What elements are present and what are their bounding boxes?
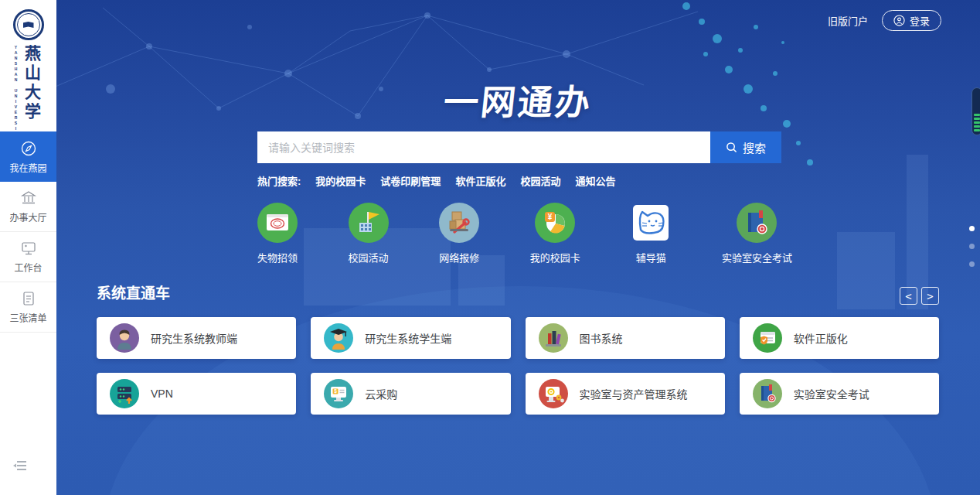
hot-keyword[interactable]: 通知公告 — [575, 173, 615, 188]
tutor-cat-icon — [631, 203, 671, 243]
systems-section-title: 系统直通车 — [97, 282, 170, 302]
student-avatar-icon — [324, 323, 353, 353]
system-card-lab-exam[interactable]: 实验室安全考试 — [740, 373, 939, 415]
search-input[interactable] — [257, 131, 710, 163]
quick-app-network-repair[interactable]: 网络报修 — [439, 203, 479, 265]
search-bar: 搜索 — [257, 131, 781, 163]
university-emblem-icon — [13, 9, 44, 40]
lost-and-found-icon — [257, 203, 298, 243]
sidebar-item-label: 办事大厅 — [9, 210, 46, 224]
login-button[interactable]: 登录 — [882, 10, 941, 31]
quick-app-label: 辅导猫 — [636, 250, 666, 265]
campus-card-icon: ¥ — [535, 203, 575, 243]
system-card-grad-teacher[interactable]: 研究生系统教师端 — [97, 317, 296, 359]
svg-text:¥: ¥ — [548, 213, 553, 221]
vpn-server-icon — [110, 379, 139, 408]
quick-app-label: 网络报修 — [439, 250, 479, 265]
hall-icon — [20, 189, 37, 207]
sidebar-item-label: 工作台 — [14, 261, 42, 274]
library-books-icon — [539, 323, 568, 353]
main-area: 旧版门户 登录 一网通办 搜索 热门搜索 — [56, 0, 980, 495]
software-license-icon — [753, 323, 782, 353]
sidebar-item-service-hall[interactable]: 办事大厅 — [0, 182, 56, 232]
lab-asset-icon — [539, 379, 568, 408]
quick-apps-row: 失物招领 校园活动 — [257, 203, 792, 265]
system-card-software-license[interactable]: 软件正版化 — [740, 317, 939, 359]
quick-app-lab-safety-exam[interactable]: 实验室安全考试 — [722, 203, 792, 265]
hot-keyword[interactable]: 校园活动 — [520, 173, 560, 188]
search-button-label: 搜索 — [743, 139, 766, 155]
list-icon — [20, 290, 37, 307]
carousel-dot[interactable] — [969, 226, 975, 231]
hot-keyword[interactable]: 我的校园卡 — [315, 173, 366, 188]
collapse-menu-icon — [12, 459, 28, 472]
system-card-label: 软件正版化 — [794, 330, 848, 346]
collapse-sidebar-button[interactable] — [12, 459, 28, 475]
status-indicator-widget — [971, 87, 980, 135]
magnifier-icon — [726, 142, 737, 153]
lab-safety-exam-icon — [737, 203, 777, 243]
login-label: 登录 — [910, 13, 930, 28]
system-card-grad-student[interactable]: 研究生系统学生端 — [311, 317, 510, 359]
sidebar-item-label: 三张清单 — [9, 311, 46, 324]
quick-app-label: 我的校园卡 — [530, 250, 580, 265]
sidebar-nav: 我在燕园 办事大厅 工作台 — [0, 131, 56, 333]
sidebar-item-label: 我在燕园 — [9, 161, 46, 174]
sidebar-item-three-lists[interactable]: 三张清单 — [0, 282, 56, 333]
topbar: 旧版门户 登录 — [828, 10, 941, 31]
system-cards-grid: 研究生系统教师端 研究生系统学生端 — [97, 317, 939, 415]
search-button[interactable]: 搜索 — [710, 131, 781, 163]
old-portal-link[interactable]: 旧版门户 — [828, 13, 868, 28]
svg-text:$: $ — [334, 388, 337, 394]
sidebar-item-workbench[interactable]: 工作台 — [0, 232, 56, 282]
system-card-label: 研究生系统学生端 — [365, 330, 451, 346]
quick-app-campus-activity[interactable]: 校园活动 — [349, 203, 389, 265]
quick-app-campus-card[interactable]: ¥ 我的校园卡 — [530, 203, 580, 265]
hot-search-label: 热门搜索: — [257, 173, 301, 188]
system-card-vpn[interactable]: VPN — [97, 373, 296, 415]
lab-exam-book-icon — [753, 379, 782, 408]
system-card-cloud-procurement[interactable]: $ 云采购 — [311, 373, 510, 415]
system-card-label: 实验室安全考试 — [794, 386, 869, 401]
teacher-avatar-icon — [110, 323, 139, 353]
carousel-dot[interactable] — [969, 244, 975, 249]
university-name-cn: 燕山大学 — [20, 45, 43, 142]
hot-keyword[interactable]: 试卷印刷管理 — [380, 173, 441, 188]
system-card-label: 实验室与资产管理系统 — [580, 386, 688, 401]
hot-search-row: 热门搜索: 我的校园卡 试卷印刷管理 软件正版化 校园活动 通知公告 — [257, 173, 615, 188]
system-card-label: 研究生系统教师端 — [151, 330, 237, 346]
quick-app-tutor-cat[interactable]: 辅导猫 — [631, 203, 671, 265]
university-name-en: YANSHAN UNIVERSITY — [14, 45, 19, 142]
quick-app-label: 校园活动 — [349, 250, 389, 265]
carousel-dots — [969, 226, 975, 267]
quick-app-label: 实验室安全考试 — [722, 250, 792, 265]
page-title: 一网通办 — [56, 74, 980, 125]
sidebar-item-campus[interactable]: 我在燕园 — [0, 131, 56, 182]
next-arrow-button[interactable]: > — [921, 287, 939, 305]
hot-keyword[interactable]: 软件正版化 — [455, 173, 505, 188]
quick-app-label: 失物招领 — [257, 250, 298, 265]
cloud-procurement-icon: $ — [324, 379, 353, 408]
quick-app-lost-and-found[interactable]: 失物招领 — [257, 203, 298, 265]
sidebar: YANSHAN UNIVERSITY 燕山大学 我在燕园 — [0, 0, 56, 495]
network-repair-icon — [439, 203, 479, 243]
workbench-icon — [20, 240, 37, 257]
carousel-arrows: < > — [900, 287, 939, 305]
system-card-lab-asset[interactable]: 实验室与资产管理系统 — [526, 373, 725, 415]
system-card-library[interactable]: 图书系统 — [526, 317, 725, 359]
system-card-label: 图书系统 — [580, 330, 623, 346]
prev-arrow-button[interactable]: < — [900, 287, 917, 305]
user-circle-icon — [893, 15, 905, 26]
university-name: YANSHAN UNIVERSITY 燕山大学 — [14, 45, 43, 142]
campus-activity-icon — [349, 203, 389, 243]
university-logo: YANSHAN UNIVERSITY 燕山大学 — [0, 0, 56, 142]
carousel-dot[interactable] — [969, 261, 975, 267]
portal-page: 旧版门户 登录 一网通办 搜索 热门搜索 — [0, 0, 980, 495]
system-card-label: VPN — [151, 387, 173, 400]
compass-icon — [20, 140, 37, 157]
system-card-label: 云采购 — [365, 386, 397, 401]
